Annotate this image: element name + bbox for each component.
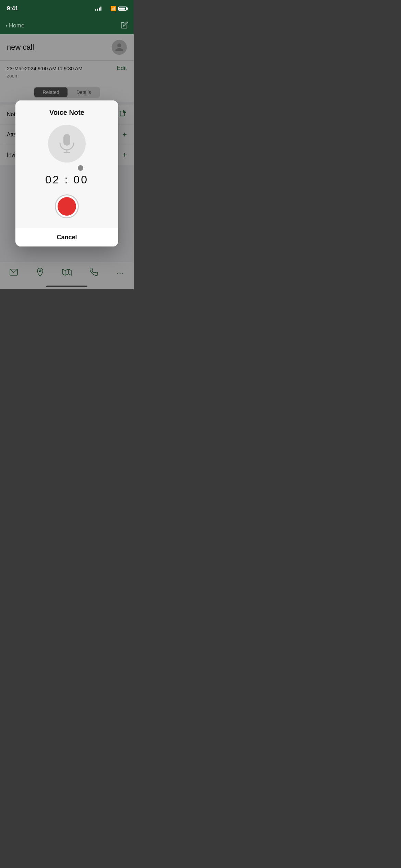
- nav-bar: ‹ Home: [0, 17, 134, 34]
- home-indicator: [46, 286, 87, 287]
- record-button[interactable]: [55, 194, 79, 218]
- status-bar: 9:41 📶: [0, 0, 134, 17]
- chevron-left-icon: ‹: [5, 22, 8, 29]
- edit-icon[interactable]: [121, 21, 128, 31]
- mic-circle: [48, 125, 86, 162]
- voice-note-modal: Voice Note 02 : 00 Cancel: [15, 100, 118, 246]
- main-screen: new call 23-Mar-2024 9:00 AM to 9:30 AM …: [0, 34, 134, 289]
- status-icons: 📶: [95, 6, 127, 11]
- signal-icon: [95, 7, 101, 11]
- back-label: Home: [9, 22, 24, 29]
- progress-dot: [78, 165, 83, 171]
- svg-rect-15: [63, 134, 70, 146]
- timer-display: 02 : 00: [45, 173, 88, 186]
- modal-title: Voice Note: [49, 109, 84, 117]
- back-button[interactable]: ‹ Home: [5, 22, 24, 29]
- wifi-icon: 📶: [104, 6, 116, 11]
- status-time: 9:41: [7, 5, 18, 12]
- cancel-button[interactable]: Cancel: [15, 228, 118, 246]
- record-inner: [58, 197, 76, 216]
- battery-icon: [118, 7, 127, 11]
